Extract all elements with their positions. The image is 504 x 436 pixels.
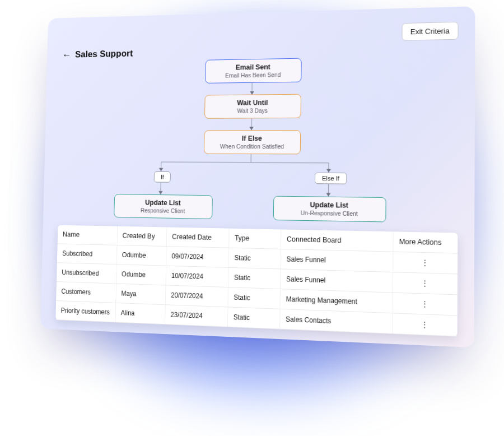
cell-date: 23/07/2024: [165, 305, 227, 327]
flow-node-n3[interactable]: If ElseWhen Condition Satisfied: [204, 130, 301, 154]
flow-node-title: Wait Until: [217, 99, 288, 107]
more-actions-icon[interactable]: ⋮: [421, 320, 429, 330]
page-title: Sales Support: [75, 48, 133, 60]
col-1: Created By: [117, 226, 167, 247]
lists-table: NameCreated ByCreated DateTypeConnected …: [55, 225, 458, 337]
branch-label-b1: If: [154, 171, 171, 183]
flow-node-subtitle: Un-Responsive Client: [286, 209, 373, 217]
cell-type: Static: [228, 267, 281, 289]
back-icon[interactable]: ←: [62, 50, 71, 59]
flow-node-subtitle: When Condition Satisfied: [216, 143, 288, 150]
col-0: Name: [58, 225, 118, 245]
svg-line-5: [161, 162, 329, 163]
cell-name: Unsubscribed: [57, 263, 116, 284]
flow-node-subtitle: Responsive Client: [126, 207, 200, 215]
cell-board: Sales Funnel: [281, 249, 393, 272]
cell-type: Static: [228, 287, 281, 309]
cell-name: Priority customers: [55, 300, 115, 322]
cell-name: Subscribed: [57, 244, 117, 265]
cell-board: Sales Contacts: [280, 309, 393, 333]
flow-node-n4[interactable]: Update ListResponsive Client: [114, 194, 213, 219]
workflow-canvas: Email SentEmail Has Been SendWait UntilW…: [58, 55, 459, 231]
cell-type: Static: [227, 307, 280, 329]
flow-node-subtitle: Email Has Been Send: [217, 71, 289, 79]
flow-node-title: Update List: [126, 198, 200, 207]
col-5: More Actions: [393, 231, 458, 253]
col-3: Type: [228, 229, 281, 249]
flow-node-n1[interactable]: Email SentEmail Has Been Send: [205, 58, 302, 84]
flow-node-subtitle: Wait 3 Days: [217, 107, 288, 114]
workflow-card: ← Sales Support Exit Criteria Email Sent…: [40, 6, 475, 347]
col-4: Connected Board: [281, 229, 393, 252]
branch-label-b2: Else If: [315, 173, 347, 184]
more-actions-icon[interactable]: ⋮: [421, 299, 429, 309]
cell-date: 10/07/2024: [166, 266, 228, 287]
svg-marker-11: [158, 191, 163, 194]
svg-marker-9: [326, 169, 331, 173]
flow-node-title: If Else: [216, 134, 288, 142]
flow-node-title: Email Sent: [217, 63, 289, 72]
cell-by: Odumbe: [116, 245, 166, 266]
cell-date: 09/07/2024: [166, 247, 228, 268]
flow-node-title: Update List: [286, 201, 373, 210]
cell-by: Maya: [115, 284, 165, 305]
cell-date: 20/07/2024: [165, 285, 228, 307]
cell-by: Alina: [115, 303, 165, 324]
cell-name: Customers: [56, 282, 116, 303]
cell-type: Static: [228, 248, 281, 269]
cell-by: Odumbe: [116, 265, 166, 285]
svg-marker-13: [326, 193, 330, 196]
flow-node-n5[interactable]: Update ListUn-Responsive Client: [273, 196, 386, 222]
col-2: Created Date: [166, 227, 229, 248]
more-actions-icon[interactable]: ⋮: [421, 258, 430, 267]
flow-node-n2[interactable]: Wait UntilWait 3 Days: [204, 94, 301, 119]
exit-criteria-button[interactable]: Exit Criteria: [402, 22, 458, 41]
more-actions-icon[interactable]: ⋮: [421, 279, 429, 288]
